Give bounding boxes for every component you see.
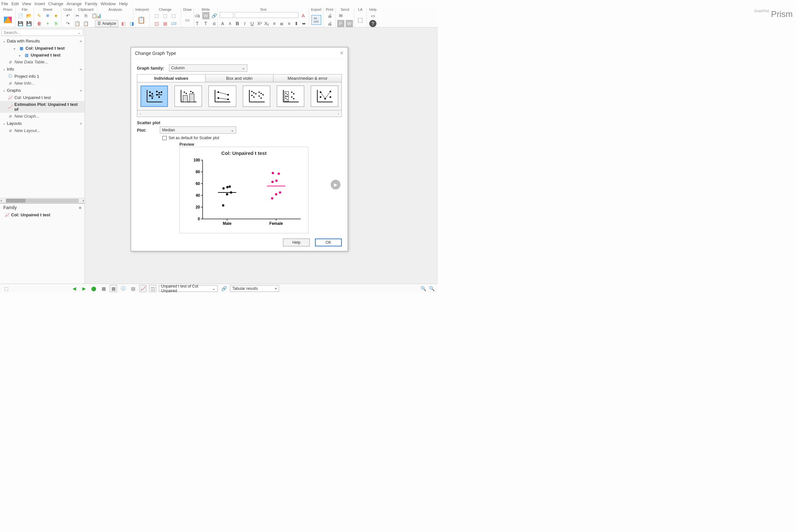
spacing-icon[interactable]: ⬍ (293, 20, 300, 27)
menu-arrange[interactable]: Arrange (67, 1, 81, 6)
search-input[interactable]: Search...⌄ (1, 29, 83, 36)
font-bigger-icon[interactable]: A (220, 20, 226, 27)
change6-icon[interactable]: 123 (170, 20, 177, 27)
analyze-button[interactable]: ☰Analyze (95, 20, 119, 27)
highlight-icon[interactable]: ✎ (36, 12, 43, 19)
draw-icon[interactable]: ▭ (184, 16, 191, 23)
zoom-in-icon[interactable]: 🔍 (420, 285, 427, 292)
sidebar-hscroll[interactable]: ‹› (0, 198, 84, 203)
help-icon[interactable]: ? (369, 20, 376, 27)
clipboard-icon[interactable]: 📋 (74, 20, 81, 27)
redo-icon[interactable]: ↷ (64, 20, 72, 27)
change2-icon[interactable]: ⬚ (162, 12, 169, 19)
thumb-connected[interactable] (311, 86, 338, 107)
tree-item[interactable]: ⊕New Graph... (0, 113, 84, 120)
thumb-grouped-box[interactable] (277, 86, 304, 107)
text-t-icon[interactable]: T (194, 20, 201, 27)
email-icon[interactable]: ✉ (337, 12, 344, 19)
tree-item[interactable]: ⓘProject info 1 (0, 73, 84, 80)
nav-grid-icon[interactable]: ▦ (100, 285, 107, 292)
menu-change[interactable]: Change (49, 1, 63, 6)
prism-logo-icon[interactable] (4, 17, 12, 23)
tab-mean-median[interactable]: Mean/median & error (273, 75, 341, 82)
word-icon[interactable]: W (202, 12, 209, 19)
play-button[interactable]: ▶ (331, 180, 341, 190)
status-view-select[interactable]: Tabular results▾ (230, 285, 279, 292)
menu-file[interactable]: File (1, 1, 8, 6)
word2-icon[interactable]: W (346, 20, 353, 27)
sqrt-icon[interactable]: √a (194, 12, 201, 19)
save-icon[interactable]: 💾 (17, 20, 24, 27)
copy-icon[interactable]: ⎘ (82, 12, 90, 19)
tree-item[interactable]: ⊕New Layout... (0, 127, 84, 134)
nav-info-icon[interactable]: ⓘ (119, 285, 127, 292)
status-tree-icon[interactable]: ⬚ (3, 285, 10, 292)
nav-table-icon[interactable]: ▦ (110, 285, 117, 292)
nav-bookmark-icon[interactable]: ⬤ (90, 285, 97, 292)
default-checkbox[interactable] (163, 136, 167, 140)
family-item[interactable]: 📈Col: Unpaired t test (0, 211, 84, 218)
nav-prev-icon[interactable]: ◀ (71, 285, 78, 292)
thumb-scatter[interactable] (140, 86, 168, 107)
menu-family[interactable]: Family (85, 1, 97, 6)
status-sheet-select[interactable]: Unpaired t test of Col: Unpaired⌄ (159, 285, 217, 292)
underline-icon[interactable]: U (249, 20, 255, 27)
thumb-aligned[interactable] (243, 86, 270, 107)
analysis-chart-icon[interactable]: 📊 (95, 12, 102, 19)
indent-icon[interactable]: ⬌ (301, 20, 307, 27)
new-file-icon[interactable]: 📄 (17, 12, 24, 19)
thumbs-nav[interactable]: ‹› (137, 111, 342, 117)
tree-item[interactable]: ⌄▤Unpaired t test (0, 52, 84, 58)
tree-section[interactable]: ⌄ Data with Results» (0, 37, 84, 45)
ppt-icon[interactable]: P (337, 20, 344, 27)
nav-chart-icon[interactable]: 📈 (139, 285, 146, 292)
add-icon[interactable]: ＋ (44, 20, 51, 27)
cut-icon[interactable]: ✂ (74, 12, 81, 19)
bold-icon[interactable]: B (234, 20, 241, 27)
open-file-icon[interactable]: 📂 (25, 12, 33, 19)
close-icon[interactable]: ✕ (340, 50, 344, 56)
help-button[interactable]: Help (283, 239, 310, 246)
tree-item[interactable]: 📈Col: Unpaired t test (0, 94, 84, 101)
align3-icon[interactable]: ≡ (286, 20, 292, 27)
delete-icon[interactable]: 🗑 (36, 20, 43, 27)
font-smaller-icon[interactable]: A (227, 20, 233, 27)
snowflake-icon[interactable]: ❄ (44, 12, 51, 19)
tab-individual-values[interactable]: Individual values (137, 75, 206, 82)
star-icon[interactable]: ★ (53, 12, 60, 19)
italic-icon[interactable]: I (242, 20, 248, 27)
menu-view[interactable]: View (22, 1, 31, 6)
font-color-icon[interactable]: A (300, 12, 307, 19)
plot-select[interactable]: Median⌄ (160, 127, 236, 134)
thumb-scatter-bar[interactable] (174, 86, 202, 107)
print-icon[interactable]: 🖨 (326, 12, 333, 19)
interpret-icon[interactable]: 📋 (136, 15, 147, 25)
undo-icon[interactable]: ↶ (64, 12, 72, 19)
subscript-icon[interactable]: X₂ (264, 20, 270, 27)
graph-family-select[interactable]: Column⌄ (169, 64, 247, 72)
nav-layout-icon[interactable]: ◫ (149, 285, 156, 292)
tree-item[interactable]: ⊕New Info... (0, 80, 84, 87)
menu-help[interactable]: Help (119, 1, 128, 6)
font-size-input[interactable] (220, 12, 233, 18)
tree-item[interactable]: 📈Estimation Plot: Unpaired t test of (0, 101, 84, 113)
superscript-icon[interactable]: X² (257, 20, 263, 27)
tree-section[interactable]: ⌄ Info» (0, 65, 84, 73)
change4-icon[interactable]: ◫ (153, 20, 160, 27)
font-family-input[interactable] (234, 12, 298, 18)
tree-section[interactable]: ⌄ Layouts» (0, 120, 84, 127)
nav-next-icon[interactable]: ▶ (80, 285, 88, 292)
align2-icon[interactable]: ≣ (279, 20, 285, 27)
align1-icon[interactable]: ≡ (271, 20, 278, 27)
tab-box-violin[interactable]: Box and violin (206, 75, 274, 82)
menu-edit[interactable]: Edit (12, 1, 19, 6)
menu-window[interactable]: Window (101, 1, 116, 6)
clipboard2-icon[interactable]: 📋 (82, 20, 90, 27)
link-icon[interactable]: 🔗 (211, 12, 218, 19)
print2-icon[interactable]: 🖨 (326, 20, 333, 27)
save-as-icon[interactable]: 💾 (25, 20, 33, 27)
change5-icon[interactable]: ▦ (162, 20, 169, 27)
zoom-out-icon[interactable]: 🔍 (428, 285, 435, 292)
help-doc-icon[interactable]: ▭ (369, 12, 376, 19)
analysis-opt1-icon[interactable]: ◧ (119, 20, 127, 27)
